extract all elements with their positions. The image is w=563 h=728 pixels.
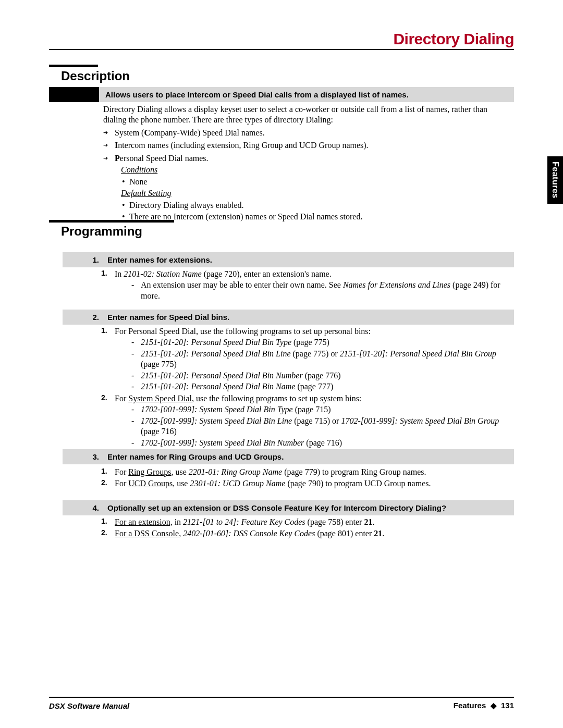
desc-bullet-3: Personal Speed Dial names. [103,153,512,164]
dash: 2151-[01-20]: Personal Speed Dial Bin Na… [131,381,506,392]
item-num: 1. [101,269,107,278]
footer-manual-title: DSX Software Manual [49,701,129,710]
default-block: Default Setting Directory Dialing always… [121,188,512,222]
footer-section: Features [454,701,486,710]
item: 1. In 2101-02: Station Name (page 720), … [101,269,506,301]
item-num: 2. [101,478,107,488]
dash: 2151-[01-20]: Personal Speed Dial Bin Nu… [131,371,506,381]
description-body: Directory Dialing allows a display keyse… [103,104,512,223]
item-num: 1. [101,517,107,526]
item: 2. For a DSS Console, 2402-[01-60]: DSS … [101,528,506,539]
page-title: Directory Dialing [393,30,514,48]
heading-programming: Programming [61,224,142,239]
prog-step-4-body: 1. For an extension, in 2121-[01 to 24]:… [101,516,506,539]
item: 1. For Ring Groups, use 2201-01: Ring Gr… [101,467,506,477]
step-num: 3. [69,452,107,461]
default-1: Directory Dialing always enabled. [121,200,512,211]
diamond-icon: ◆ [491,701,497,710]
page: Directory Dialing Features Description A… [0,0,563,728]
default-label: Default Setting [121,189,171,198]
description-summary-row: Allows users to place Intercom or Speed … [49,87,514,102]
prog-step-2-body: 1. For Personal Speed Dial, use the foll… [101,325,506,460]
dash: 1702-[001-999]: System Speed Dial Bin Ty… [131,404,506,415]
footer-page: Features ◆ 131 [454,701,514,710]
text: In 2101-02: Station Name (page 720), ent… [115,269,332,278]
text: For Personal Speed Dial, use the followi… [115,327,371,336]
text: For System Speed Dial, use the following… [115,394,361,403]
conditions-label: Conditions [121,165,157,174]
text: For a DSS Console, 2402-[01-60]: DSS Con… [115,529,384,538]
desc-bullet-1: System (Company-Wide) Speed Dial names. [103,128,512,138]
item-num: 1. [101,326,107,336]
footer-page-number: 131 [501,701,514,710]
step-title: Enter names for Ring Groups and UCD Grou… [107,452,508,461]
step-num: 1. [69,255,107,264]
default-2: There are no Intercom (extension) names … [121,212,512,222]
item: 2. For UCD Groups, use 2301-01: UCD Grou… [101,478,506,489]
text: For an extension, in 2121-[01 to 24]: Fe… [115,517,374,526]
prog-step-1-body: 1. In 2101-02: Station Name (page 720), … [101,268,506,301]
section-rule-description [49,65,98,67]
section-rule-programming [49,220,174,223]
dash: 1702-[001-999]: System Speed Dial Bin Li… [131,416,506,437]
dash: An extension user may be able to enter t… [131,280,506,301]
item: 1. For an extension, in 2121-[01 to 24]:… [101,517,506,527]
description-summary: Allows users to place Intercom or Speed … [99,87,514,102]
step-title: Enter names for extensions. [107,255,508,264]
prog-step-4-header: 4. Optionally set up an extension or DSS… [63,500,514,515]
prog-step-1-header: 1. Enter names for extensions. [63,252,514,267]
header-rule [49,49,514,50]
conditions-block: Conditions None [121,165,512,187]
text: Personal Speed Dial names. [115,154,209,163]
step-title: Enter names for Speed Dial bins. [107,313,508,322]
prog-step-2-header: 2. Enter names for Speed Dial bins. [63,310,514,325]
step-num: 2. [69,313,107,322]
item-num: 2. [101,528,107,538]
side-tab-features: Features [547,156,563,204]
item-num: 1. [101,467,107,476]
text: Intercom names (including extension, Rin… [115,141,369,150]
heading-description: Description [61,69,130,83]
step-title: Optionally set up an extension or DSS Co… [107,503,508,512]
text: System (Company-Wide) Speed Dial names. [115,128,265,137]
text: For Ring Groups, use 2201-01: Ring Group… [115,467,426,476]
text: For UCD Groups, use 2301-01: UCD Group N… [115,479,431,488]
footer-rule [49,697,514,698]
prog-step-3-body: 1. For Ring Groups, use 2201-01: Ring Gr… [101,466,506,489]
dash: 2151-[01-20]: Personal Speed Dial Bin Li… [131,349,506,370]
dash: 2151-[01-20]: Personal Speed Dial Bin Ty… [131,337,506,348]
step-num: 4. [69,503,107,512]
item: 1. For Personal Speed Dial, use the foll… [101,326,506,392]
desc-bullet-2: Intercom names (including extension, Rin… [103,140,512,151]
black-tab [49,87,99,102]
condition-1: None [121,177,512,187]
dash: 1702-[001-999]: System Speed Dial Bin Nu… [131,438,506,448]
prog-step-3-header: 3. Enter names for Ring Groups and UCD G… [63,449,514,464]
item-num: 2. [101,393,107,403]
description-intro: Directory Dialing allows a display keyse… [103,104,512,126]
